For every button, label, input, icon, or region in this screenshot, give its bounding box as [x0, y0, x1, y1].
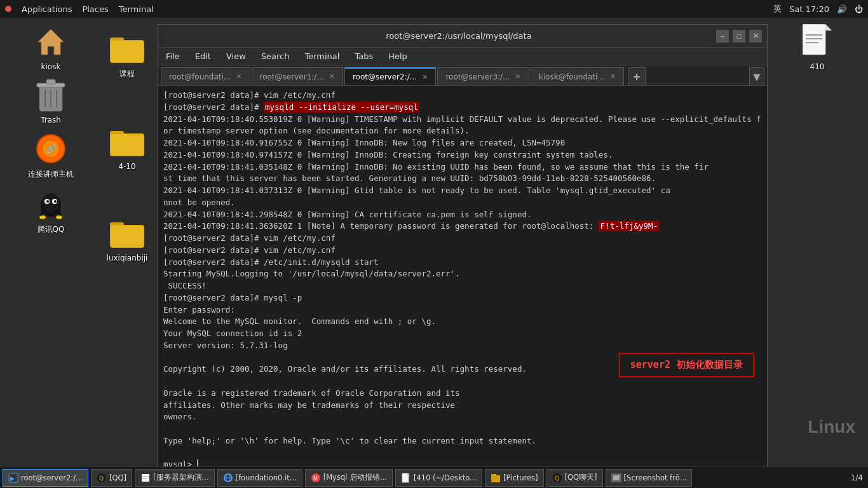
qq-icon [33, 186, 69, 222]
terminal-content: [root@server2 data]# vim /etc/my.cnf [ro… [163, 90, 762, 471]
taskbar-foundation[interactable]: [foundation0.it... [217, 469, 302, 487]
top-bar-left: Applications Places Terminal [5, 4, 154, 14]
page-indicator: 1/4 [851, 473, 863, 482]
desktop-icon-trash[interactable]: Trash [19, 78, 83, 125]
menu-terminal[interactable]: Terminal [302, 50, 342, 62]
taskbar-pictures-label: [Pictures] [503, 473, 538, 482]
kiosk-icon [33, 24, 69, 60]
svg-text:Q: Q [99, 475, 104, 482]
annotation-box: server2 初始化数据目录 [619, 353, 754, 377]
desktop-icon-qq[interactable]: 腾讯QQ [19, 186, 83, 235]
svg-rect-31 [806, 38, 822, 39]
maximize-button[interactable]: □ [733, 30, 745, 43]
tab-overflow-button[interactable]: ▼ [749, 67, 764, 85]
tab-3[interactable]: root@server2:/... ✕ [344, 67, 436, 85]
line-1: [root@server2 data]# vim /etc/my.cnf [ro… [163, 90, 761, 469]
menu-applications[interactable]: Applications [22, 4, 72, 14]
svg-rect-34 [636, 74, 637, 80]
taskbar-mysql-label: [Mysql 启动报错... [323, 473, 387, 482]
tab-2-label: root@server1:/... [260, 72, 324, 81]
desktop-icon-course[interactable]: 课程 [95, 30, 159, 79]
volume-icon[interactable]: 🔊 [837, 4, 847, 14]
taskbar-screenshot[interactable]: [Screenshot frö... [606, 469, 693, 487]
taskbar-server[interactable]: [服务器架构演... [135, 469, 214, 487]
desktop-icon-4-10[interactable]: 4-10 [95, 124, 159, 171]
doc-410-icon [799, 24, 835, 60]
terminal-menubar: File Edit View Search Terminal Tabs Help [158, 48, 767, 65]
trash-icon [33, 78, 69, 113]
svg-rect-54 [613, 475, 620, 480]
taskbar-qq-label: [QQ] [109, 473, 126, 482]
linux-watermark: Linux [808, 417, 855, 437]
taskbar-terminal[interactable]: ▶ root@server2:/... [3, 469, 88, 487]
svg-rect-26 [111, 226, 144, 247]
tab-4-label: root@server3:/... [445, 72, 510, 81]
desktop-icon-luxiqianbiji[interactable]: luxiqianbiji [95, 215, 159, 262]
menu-places[interactable]: Places [82, 4, 108, 14]
taskbar-pictures[interactable]: [Pictures] [485, 469, 544, 487]
desktop-icon-connect[interactable]: 🔗 连接讲师主机 [19, 131, 83, 180]
svg-rect-50 [491, 474, 496, 477]
taskbar-410[interactable]: [410 (~/Deskto... [395, 469, 482, 487]
taskbar-qq[interactable]: Q [QQ] [91, 469, 132, 487]
svg-rect-32 [806, 42, 818, 43]
menu-edit[interactable]: Edit [193, 50, 214, 62]
taskbar: ▶ root@server2:/... Q [QQ] [服务器架构演... [f… [0, 466, 868, 488]
taskbar-qqchat-label: [QQ聊天] [565, 473, 597, 482]
menu-search[interactable]: Search [259, 50, 292, 62]
menu-file[interactable]: File [163, 50, 182, 62]
svg-rect-23 [111, 134, 144, 156]
tab-1[interactable]: root@foundati... ✕ [161, 67, 250, 85]
clock: Sat 17:20 [789, 4, 829, 14]
terminal-window: root@server2:/usr/local/mysql/data − □ ✕… [158, 24, 768, 474]
minimize-button[interactable]: − [716, 30, 729, 43]
svg-point-14 [46, 200, 49, 203]
tab-2-close[interactable]: ✕ [329, 72, 335, 81]
tab-3-close[interactable]: ✕ [422, 73, 428, 81]
svg-point-16 [39, 215, 46, 219]
svg-rect-30 [806, 34, 822, 36]
taskbar-page-indicator: 1/4 [851, 473, 865, 482]
taskbar-screenshot-label: [Screenshot frö... [624, 473, 687, 482]
svg-marker-29 [825, 24, 832, 30]
title-controls: − □ ✕ [716, 30, 762, 43]
taskbar-mysql[interactable]: M [Mysql 启动报错... [305, 469, 393, 487]
terminal-body[interactable]: [root@server2 data]# vim /etc/my.cnf [ro… [158, 86, 767, 473]
menu-view[interactable]: View [224, 50, 248, 62]
svg-point-15 [54, 200, 57, 203]
taskbar-foundation-label: [foundation0.it... [236, 473, 297, 482]
doc-410-label: 410 [810, 62, 825, 71]
desktop-icon-kiosk[interactable]: kiosk [19, 24, 83, 71]
tab-2[interactable]: root@server1:/... ✕ [252, 67, 343, 85]
close-button[interactable]: ✕ [749, 30, 762, 43]
svg-text:▶: ▶ [10, 475, 15, 482]
language-indicator: 英 [773, 3, 782, 15]
svg-rect-39 [142, 474, 149, 482]
luxiqianbiji-folder-icon [109, 215, 145, 251]
tab-4-close[interactable]: ✕ [515, 72, 521, 81]
tab-5-close[interactable]: ✕ [610, 72, 616, 81]
svg-marker-0 [38, 29, 64, 55]
tab-4[interactable]: root@server3:/... ✕ [437, 67, 529, 85]
svg-text:Q: Q [555, 475, 559, 482]
menu-tabs[interactable]: Tabs [352, 50, 376, 62]
tab-3-label: root@server2:/... [353, 72, 417, 81]
terminal-titlebar: root@server2:/usr/local/mysql/data − □ ✕ [158, 25, 767, 48]
menu-help[interactable]: Help [386, 50, 410, 62]
course-label: 课程 [119, 69, 135, 79]
svg-rect-20 [111, 41, 144, 62]
power-icon[interactable]: ⏻ [855, 4, 863, 14]
desktop-icon-410[interactable]: 410 [785, 24, 849, 71]
tab-5[interactable]: kiosk@foundati... ✕ [531, 67, 624, 85]
taskbar-terminal-label: root@server2:/... [21, 473, 83, 482]
annotation-text: server2 初始化数据目录 [630, 359, 743, 370]
svg-text:M: M [313, 476, 318, 482]
top-bar: Applications Places Terminal 英 Sat 17:20… [0, 0, 868, 18]
taskbar-qqchat[interactable]: Q [QQ聊天] [546, 469, 603, 487]
taskbar-410-label: [410 (~/Deskto... [414, 473, 477, 482]
new-tab-button[interactable] [628, 67, 646, 85]
menu-terminal[interactable]: Terminal [119, 4, 154, 14]
tab-5-label: kiosk@foundati... [539, 72, 605, 81]
connect-icon: 🔗 [33, 131, 69, 166]
tab-1-close[interactable]: ✕ [236, 72, 241, 81]
